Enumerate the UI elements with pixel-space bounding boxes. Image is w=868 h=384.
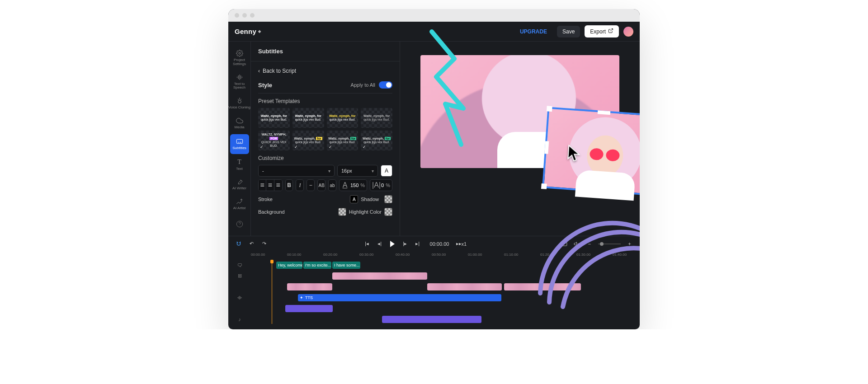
app-name: Genny [235,28,256,35]
preset-template[interactable]: Waltz, nymph, forquick jigs vex Bud.✓ [292,131,324,150]
app-body: ProjectSettings Text toSpeech Voice Clon… [228,42,640,236]
traffic-light-close[interactable] [235,13,239,18]
timeline-clip[interactable] [285,305,333,312]
current-time: 00:00.00 [430,241,449,247]
highlight-color-swatch[interactable] [384,208,392,216]
cloud-icon [236,117,243,124]
timeline-clip[interactable] [382,316,481,323]
stroke-color-swatch[interactable]: A [350,195,358,203]
sidebar-item-text-to-speech[interactable]: Text toSpeech [228,70,251,94]
logo-badge-icon: ◆ [258,29,261,33]
sidebar-item-project-settings[interactable]: ProjectSettings [228,46,251,70]
svg-point-7 [238,100,241,103]
upgrade-button[interactable]: UPGRADE [514,26,552,37]
timeline-clip[interactable] [287,283,332,290]
timeline-clip[interactable] [332,272,427,280]
text-align-segmented: ≡ ≡ ≡ [258,179,283,191]
timeline-clip[interactable]: Hey, welcome [276,262,302,269]
zoom-slider[interactable] [598,244,621,244]
background-label: Background [258,209,285,215]
play-button[interactable] [388,240,396,248]
preset-template[interactable]: Waltz, nymph, forquick jigs vex Bud. [327,108,359,128]
ruler-tick: 00:40.00 [396,253,410,257]
save-button[interactable]: Save [557,26,580,37]
stroke-label: Stroke [258,197,273,202]
playhead[interactable] [272,261,272,324]
speed-button[interactable]: ▸▸ x1 [457,240,465,248]
preset-template[interactable]: Waltz, nymph, forquick jigs vex Bud.✓ [361,131,392,150]
macos-titlebar [228,9,640,22]
next-frame-button[interactable]: |▸ [401,240,409,248]
apply-to-all-toggle[interactable] [379,81,392,89]
chevron-down-icon: ▾ [328,169,330,173]
ruler-tick: 01:20.00 [540,253,554,257]
topbar: Genny ◆ UPGRADE Save Export [228,22,640,42]
play-icon [390,241,395,247]
subtitle-track: 🗨 Hey, welcomeI'm so excite...I have som… [228,261,640,270]
preset-template[interactable]: Waltz, nymph, forquick jigs vex Bud. [361,108,392,128]
voice-clone-icon [236,97,243,104]
timeline-clip[interactable]: I'm so excite... [303,262,331,269]
timeline-clip[interactable] [504,283,581,290]
bold-button[interactable]: B [285,179,293,191]
export-button[interactable]: Export [585,25,619,37]
timeline-clip[interactable]: I have some... [332,262,360,269]
ruler-tick: 01:40.00 [613,253,627,257]
video-canvas[interactable] [420,55,619,168]
waveform-icon [236,74,243,81]
skip-start-button[interactable]: |◂ [363,240,371,248]
back-to-script-button[interactable]: ‹ Back to Script [258,66,392,79]
sidebar-item-voice-cloning[interactable]: Voice Cloning [228,94,251,113]
background-color-swatch[interactable] [338,208,346,216]
case-decrease-button[interactable]: − [307,179,315,191]
preset-grid: Waltz, nymph, forquick jigs vex Bud. Wal… [258,108,392,150]
magnet-button[interactable] [235,240,243,248]
line-height-input[interactable]: A 150 % [339,179,367,191]
letter-spacing-input[interactable]: |A| 0 % [370,179,392,191]
style-heading: Style [258,82,272,89]
prev-frame-button[interactable]: ◂| [376,240,384,248]
add-track-icon[interactable]: ⊞ [228,273,251,279]
gear-icon [236,50,243,57]
captions-toggle[interactable] [560,240,568,248]
align-left-button[interactable]: ≡ [259,180,266,191]
align-right-button[interactable]: ≡ [274,180,282,191]
svg-rect-8 [236,139,242,143]
traffic-light-minimize[interactable] [242,13,247,18]
redo-button[interactable]: ↷ [260,240,268,248]
time-ruler[interactable]: 00:00.0000:10.0000:20.0000:30.0000:40.00… [251,252,640,259]
undo-button[interactable]: ↶ [247,240,255,248]
sidebar-item-label: ProjectSettings [233,58,246,66]
audio-track-2: ♪ [228,315,640,324]
line-height-icon: A [341,181,349,189]
sidebar-item-ai-writer[interactable]: AI Writer [228,174,251,194]
shadow-color-swatch[interactable] [384,195,392,203]
preset-template[interactable]: Waltz, nymph, forquick jigs vex Bud. [258,108,290,128]
sidebar-item-ai-artist[interactable]: AI Artist [228,194,251,214]
skip-end-button[interactable]: ▸| [414,240,422,248]
preset-template[interactable]: Waltz, nymph, forquick jigs vex Bud. [292,108,324,128]
align-center-button[interactable]: ≡ [266,180,274,191]
lowercase-button[interactable]: ab [328,179,336,191]
zoom-in-button[interactable]: ＋ [625,240,633,248]
volume-button[interactable] [573,240,581,248]
traffic-light-zoom[interactable] [250,13,255,18]
sidebar-item-media[interactable]: Media [228,113,251,133]
zoom-out-button[interactable]: − [585,240,594,248]
text-color-button[interactable]: A [381,165,392,177]
help-button[interactable] [228,214,251,236]
preset-template[interactable]: Waltz, nymph, forquick jigs vex Bud.✓ [327,131,359,150]
timeline-clip[interactable] [427,283,502,290]
font-size-select[interactable]: 16px▾ [337,165,378,177]
uppercase-button[interactable]: AB [317,179,326,191]
sidebar-item-subtitles[interactable]: Subtitles [230,134,249,154]
user-avatar[interactable] [623,27,633,37]
preset-template[interactable]: WALTZ, NYMPH, FORQUICK JIGS VEX BUD.✓ [258,131,290,150]
subtitle-panel: Subtitles ‹ Back to Script Style Apply t… [251,42,400,236]
preview-area [400,42,640,236]
font-family-select[interactable]: -▾ [258,165,335,177]
italic-button[interactable]: I [296,179,304,191]
timeline-clip[interactable]: ✦TTS [298,294,501,301]
sidebar-item-text[interactable]: T Text [228,155,251,175]
ruler-tick: 01:30.00 [576,253,590,257]
